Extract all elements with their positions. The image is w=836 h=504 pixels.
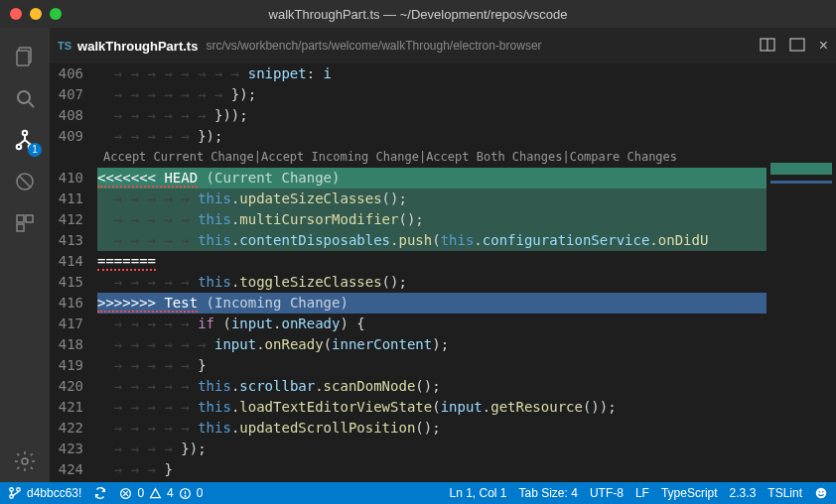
- title-bar: walkThroughPart.ts — ~/Development/repos…: [0, 0, 836, 28]
- sync-status[interactable]: [93, 486, 107, 500]
- merge-codelens: Accept Current Change | Accept Incoming …: [97, 147, 766, 168]
- tslint-status[interactable]: TSLint: [767, 486, 802, 500]
- accept-incoming-change[interactable]: Accept Incoming Change: [261, 147, 419, 168]
- typescript-version-status[interactable]: 2.3.3: [730, 486, 757, 500]
- breadcrumb[interactable]: src/vs/workbench/parts/welcome/walkThrou…: [206, 39, 541, 53]
- svg-rect-10: [26, 215, 33, 222]
- code-editor[interactable]: 406 407 408 409 410 411 412 413 414 415 …: [50, 63, 836, 482]
- tab-bar: TS walkThroughPart.ts src/vs/workbench/p…: [50, 28, 836, 63]
- tab-filename: walkThroughPart.ts: [77, 39, 198, 54]
- typescript-file-icon: TS: [58, 40, 71, 52]
- svg-point-26: [818, 491, 820, 493]
- svg-rect-9: [17, 215, 24, 222]
- debug-icon[interactable]: [0, 161, 50, 202]
- svg-point-12: [22, 458, 28, 464]
- problems-status[interactable]: 0 4 0: [119, 486, 203, 500]
- encoding-status[interactable]: UTF-8: [590, 486, 624, 500]
- close-editor-icon[interactable]: ×: [819, 37, 828, 55]
- line-numbers: 406 407 408 409 410 411 412 413 414 415 …: [50, 63, 97, 482]
- more-actions-icon[interactable]: [789, 37, 805, 56]
- compare-changes[interactable]: Compare Changes: [570, 147, 677, 168]
- svg-rect-11: [17, 224, 24, 231]
- svg-point-4: [23, 131, 28, 136]
- accept-both-changes[interactable]: Accept Both Changes: [426, 147, 562, 168]
- status-bar: d4bbcc63! 0 4 0 Ln 1, Col 1 Tab Size: 4 …: [0, 482, 836, 504]
- explorer-icon[interactable]: [0, 36, 50, 77]
- git-icon[interactable]: 1: [0, 119, 50, 161]
- activity-bar: 1: [0, 28, 50, 482]
- editor-column: TS walkThroughPart.ts src/vs/workbench/p…: [50, 28, 836, 482]
- svg-point-24: [185, 495, 186, 496]
- svg-point-18: [17, 488, 21, 492]
- svg-point-5: [17, 145, 22, 150]
- tab-size-status[interactable]: Tab Size: 4: [519, 486, 578, 500]
- editor-tab[interactable]: TS walkThroughPart.ts: [58, 39, 198, 54]
- svg-point-25: [816, 488, 827, 499]
- feedback-icon[interactable]: [814, 486, 828, 500]
- svg-line-3: [29, 102, 34, 107]
- extensions-icon[interactable]: [0, 202, 50, 244]
- eol-status[interactable]: LF: [635, 486, 649, 500]
- accept-current-change[interactable]: Accept Current Change: [103, 147, 254, 168]
- window-title: walkThroughPart.ts — ~/Development/repos…: [0, 7, 836, 22]
- minimap[interactable]: [766, 63, 836, 482]
- code-content[interactable]: → → → → → → → → snippet: i → → → → → → →…: [97, 63, 766, 482]
- svg-rect-1: [17, 51, 29, 65]
- split-editor-icon[interactable]: [760, 37, 775, 56]
- search-icon[interactable]: [0, 77, 50, 119]
- cursor-position-status[interactable]: Ln 1, Col 1: [449, 486, 506, 500]
- svg-point-16: [10, 488, 14, 492]
- svg-line-8: [19, 176, 31, 188]
- svg-rect-15: [790, 39, 804, 51]
- svg-point-2: [18, 91, 30, 103]
- language-status[interactable]: TypeScript: [661, 486, 718, 500]
- svg-point-27: [822, 491, 824, 493]
- git-branch-status[interactable]: d4bbcc63!: [8, 486, 81, 500]
- settings-gear-icon[interactable]: [0, 441, 50, 482]
- scm-badge: 1: [28, 143, 42, 157]
